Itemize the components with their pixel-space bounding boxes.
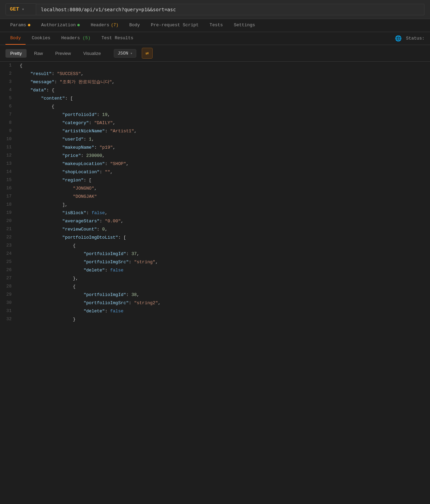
line-content: ], — [17, 201, 430, 209]
code-line: 13 "makeupLocation": "SHOP", — [0, 160, 430, 168]
line-content: "DONGJAK" — [17, 193, 430, 201]
line-number: 11 — [0, 144, 17, 150]
line-content: "averageStars": "0.00", — [17, 218, 430, 225]
code-line: 21 "reviewCount": 0, — [0, 225, 430, 234]
params-dot — [28, 24, 30, 26]
line-content: "portfolioImgDtoList": [ — [17, 234, 430, 241]
res-tab-headers[interactable]: Headers (5) — [57, 32, 95, 45]
res-cookies-label: Cookies — [32, 35, 50, 41]
tab-prerequest[interactable]: Pre-request Script — [146, 19, 203, 32]
line-content: "JONGNO", — [17, 185, 430, 192]
line-number: 7 — [0, 111, 17, 117]
line-content: { — [17, 62, 430, 70]
line-number: 29 — [0, 291, 17, 297]
headers-label: Headers — [91, 23, 109, 28]
res-headers-label: Headers — [61, 35, 80, 41]
code-line: 15 "region": [ — [0, 176, 430, 184]
params-label: Params — [10, 23, 26, 28]
line-content: "price": 230000, — [17, 152, 430, 160]
code-line: 9 "artistNickName": "Artist1", — [0, 127, 430, 135]
line-number: 27 — [0, 275, 17, 281]
line-content: "artistNickName": "Artist1", — [17, 128, 430, 135]
tests-label: Tests — [210, 23, 223, 28]
line-number: 2 — [0, 70, 17, 76]
code-line: 27 }, — [0, 275, 430, 283]
code-line: 17 "DONGJAK" — [0, 193, 430, 201]
code-display: 1{2 "result": "SUCCESS",3 "message": "조회… — [0, 62, 430, 324]
view-btn-raw[interactable]: Raw — [29, 49, 48, 58]
method-label: GET — [10, 6, 19, 12]
line-content: "delete": false — [17, 267, 430, 274]
code-line: 26 "delete": false — [0, 266, 430, 275]
line-number: 16 — [0, 185, 17, 191]
settings-label: Settings — [234, 23, 255, 28]
res-body-label: Body — [10, 35, 21, 41]
line-content: { — [17, 283, 430, 291]
res-headers-badge: (5) — [82, 35, 90, 41]
line-number: 21 — [0, 226, 17, 232]
code-line: 19 "isBlock": false, — [0, 209, 430, 217]
tab-params[interactable]: Params — [5, 19, 35, 32]
code-line: 29 "portfolioImgId": 38, — [0, 291, 430, 299]
code-line: 6 { — [0, 103, 430, 111]
response-tabs: Body Cookies Headers (5) Test Results 🌐 … — [0, 32, 430, 45]
view-options-bar: Pretty Raw Preview Visualize JSON ▾ ⇌ — [0, 45, 430, 62]
code-line: 28 { — [0, 283, 430, 291]
view-btn-pretty[interactable]: Pretty — [5, 49, 27, 58]
code-line: 4 "data": { — [0, 86, 430, 94]
line-number: 19 — [0, 209, 17, 215]
line-content: "message": "조회가 완료되었습니다", — [17, 78, 430, 86]
response-status-area: 🌐 Status: — [395, 35, 425, 42]
code-line: 11 "makeupName": "p19", — [0, 144, 430, 152]
line-number: 13 — [0, 160, 17, 166]
headers-badge: (7) — [111, 23, 119, 28]
line-content: "makeupName": "p19", — [17, 144, 430, 151]
res-tab-testresults[interactable]: Test Results — [97, 32, 138, 45]
tab-body[interactable]: Body — [124, 19, 144, 32]
line-content: "makeupLocation": "SHOP", — [17, 160, 430, 168]
line-number: 12 — [0, 152, 17, 158]
code-line: 25 "portfolioImgSrc": "string", — [0, 258, 430, 266]
line-number: 31 — [0, 308, 17, 313]
res-tab-body[interactable]: Body — [5, 32, 26, 45]
view-btn-visualize[interactable]: Visualize — [78, 49, 106, 58]
line-number: 1 — [0, 62, 17, 68]
line-number: 17 — [0, 193, 17, 199]
line-content: { — [17, 103, 430, 110]
line-number: 18 — [0, 201, 17, 207]
line-number: 22 — [0, 234, 17, 240]
method-selector[interactable]: GET ▾ — [5, 3, 36, 15]
line-content: }, — [17, 275, 430, 282]
line-content: "data": { — [17, 87, 430, 94]
code-line: 3 "message": "조회가 완료되었습니다", — [0, 78, 430, 86]
code-line: 7 "portfolioId": 19, — [0, 111, 430, 119]
code-line: 8 "category": "DAILY", — [0, 119, 430, 127]
tab-settings[interactable]: Settings — [229, 19, 260, 32]
wrap-icon: ⇌ — [145, 50, 149, 57]
url-input[interactable] — [36, 4, 425, 15]
code-line: 14 "shopLocation": "", — [0, 168, 430, 176]
line-content: "category": "DAILY", — [17, 119, 430, 127]
view-btn-preview[interactable]: Preview — [50, 49, 76, 58]
line-content: "content": [ — [17, 95, 430, 102]
line-number: 15 — [0, 177, 17, 182]
tab-tests[interactable]: Tests — [205, 19, 228, 32]
tab-authorization[interactable]: Authorization — [36, 19, 85, 32]
code-line: 18 ], — [0, 201, 430, 209]
line-number: 4 — [0, 87, 17, 92]
tab-headers[interactable]: Headers (7) — [86, 19, 123, 32]
line-content: "result": "SUCCESS", — [17, 70, 430, 78]
res-tab-cookies[interactable]: Cookies — [27, 32, 55, 45]
line-number: 24 — [0, 250, 17, 256]
format-selector[interactable]: JSON ▾ — [114, 49, 136, 58]
code-line: 10 "userId": 1, — [0, 135, 430, 144]
line-number: 14 — [0, 168, 17, 174]
line-content: "portfolioImgId": 38, — [17, 291, 430, 299]
line-content: "delete": false — [17, 308, 430, 315]
line-content: "shopLocation": "", — [17, 168, 430, 176]
code-line: 2 "result": "SUCCESS", — [0, 70, 430, 78]
wrap-button[interactable]: ⇌ — [142, 48, 153, 59]
url-bar: GET ▾ — [0, 0, 430, 19]
code-line: 1{ — [0, 62, 430, 70]
line-content: "portfolioImgId": 37, — [17, 250, 430, 258]
